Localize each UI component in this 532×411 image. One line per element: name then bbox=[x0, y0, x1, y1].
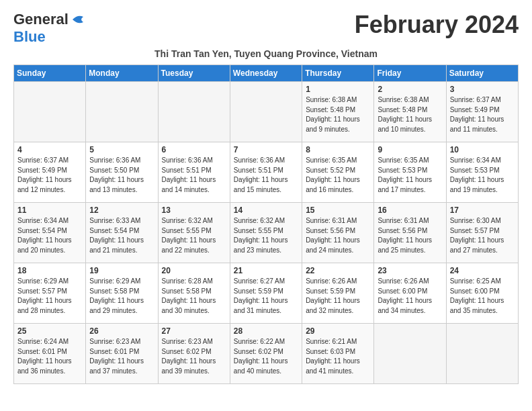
calendar-cell: 6Sunrise: 6:36 AM Sunset: 5:51 PM Daylig… bbox=[158, 142, 230, 203]
day-number: 20 bbox=[162, 266, 226, 275]
calendar-cell: 1Sunrise: 6:38 AM Sunset: 5:48 PM Daylig… bbox=[302, 82, 374, 142]
month-title: February 2024 bbox=[355, 11, 519, 39]
calendar-cell: 18Sunrise: 6:29 AM Sunset: 5:57 PM Dayli… bbox=[14, 263, 86, 324]
cell-info: Sunrise: 6:36 AM Sunset: 5:51 PM Dayligh… bbox=[162, 156, 226, 195]
calendar-cell bbox=[230, 82, 302, 142]
cell-info: Sunrise: 6:26 AM Sunset: 6:00 PM Dayligh… bbox=[378, 277, 442, 316]
cell-info: Sunrise: 6:36 AM Sunset: 5:50 PM Dayligh… bbox=[89, 156, 154, 195]
subtitle: Thi Tran Tan Yen, Tuyen Quang Province, … bbox=[13, 48, 519, 59]
cell-info: Sunrise: 6:28 AM Sunset: 5:58 PM Dayligh… bbox=[162, 277, 226, 316]
cell-info: Sunrise: 6:34 AM Sunset: 5:53 PM Dayligh… bbox=[450, 156, 515, 195]
weekday-header-monday: Monday bbox=[86, 65, 158, 82]
calendar-cell: 17Sunrise: 6:30 AM Sunset: 5:57 PM Dayli… bbox=[446, 203, 518, 263]
cell-info: Sunrise: 6:23 AM Sunset: 6:01 PM Dayligh… bbox=[89, 337, 154, 376]
day-number: 24 bbox=[450, 266, 515, 275]
calendar-cell: 23Sunrise: 6:26 AM Sunset: 6:00 PM Dayli… bbox=[374, 263, 446, 324]
day-number: 1 bbox=[306, 85, 370, 94]
calendar-cell bbox=[446, 324, 518, 384]
cell-info: Sunrise: 6:27 AM Sunset: 5:59 PM Dayligh… bbox=[234, 277, 298, 316]
weekday-header-wednesday: Wednesday bbox=[230, 65, 302, 82]
weekday-header-tuesday: Tuesday bbox=[158, 65, 230, 82]
logo-bird-icon bbox=[70, 13, 86, 26]
day-number: 14 bbox=[234, 205, 298, 215]
day-number: 23 bbox=[378, 266, 442, 275]
day-number: 4 bbox=[17, 145, 82, 154]
day-number: 8 bbox=[306, 145, 370, 154]
cell-info: Sunrise: 6:22 AM Sunset: 6:02 PM Dayligh… bbox=[234, 337, 298, 376]
day-number: 10 bbox=[450, 145, 515, 154]
day-number: 12 bbox=[89, 205, 154, 215]
day-number: 27 bbox=[162, 326, 226, 336]
cell-info: Sunrise: 6:34 AM Sunset: 5:54 PM Dayligh… bbox=[17, 216, 82, 255]
cell-info: Sunrise: 6:23 AM Sunset: 6:02 PM Dayligh… bbox=[162, 337, 226, 376]
day-number: 25 bbox=[17, 326, 82, 336]
calendar-cell bbox=[14, 82, 86, 142]
weekday-header-thursday: Thursday bbox=[302, 65, 374, 82]
calendar-cell: 8Sunrise: 6:35 AM Sunset: 5:52 PM Daylig… bbox=[302, 142, 374, 203]
cell-info: Sunrise: 6:29 AM Sunset: 5:57 PM Dayligh… bbox=[17, 277, 82, 316]
cell-info: Sunrise: 6:38 AM Sunset: 5:48 PM Dayligh… bbox=[378, 95, 442, 134]
cell-info: Sunrise: 6:36 AM Sunset: 5:51 PM Dayligh… bbox=[234, 156, 298, 195]
cell-info: Sunrise: 6:26 AM Sunset: 5:59 PM Dayligh… bbox=[306, 277, 370, 316]
day-number: 19 bbox=[89, 266, 154, 275]
page-container: General Blue February 2024 Thi Tran Tan … bbox=[13, 11, 519, 384]
cell-info: Sunrise: 6:35 AM Sunset: 5:52 PM Dayligh… bbox=[306, 156, 370, 195]
day-number: 16 bbox=[378, 205, 442, 215]
calendar-cell: 3Sunrise: 6:37 AM Sunset: 5:49 PM Daylig… bbox=[446, 82, 518, 142]
day-number: 7 bbox=[234, 145, 298, 154]
calendar-cell: 28Sunrise: 6:22 AM Sunset: 6:02 PM Dayli… bbox=[230, 324, 302, 384]
cell-info: Sunrise: 6:30 AM Sunset: 5:57 PM Dayligh… bbox=[450, 216, 515, 255]
calendar-cell: 7Sunrise: 6:36 AM Sunset: 5:51 PM Daylig… bbox=[230, 142, 302, 203]
week-row-3: 11Sunrise: 6:34 AM Sunset: 5:54 PM Dayli… bbox=[14, 203, 519, 263]
calendar-cell: 22Sunrise: 6:26 AM Sunset: 5:59 PM Dayli… bbox=[302, 263, 374, 324]
week-row-1: 1Sunrise: 6:38 AM Sunset: 5:48 PM Daylig… bbox=[14, 82, 519, 142]
header: General Blue February 2024 bbox=[13, 11, 519, 46]
calendar-cell: 25Sunrise: 6:24 AM Sunset: 6:01 PM Dayli… bbox=[14, 324, 86, 384]
week-row-2: 4Sunrise: 6:37 AM Sunset: 5:49 PM Daylig… bbox=[14, 142, 519, 203]
day-number: 28 bbox=[234, 326, 298, 336]
day-number: 18 bbox=[17, 266, 82, 275]
calendar-cell: 14Sunrise: 6:32 AM Sunset: 5:55 PM Dayli… bbox=[230, 203, 302, 263]
calendar-cell bbox=[374, 324, 446, 384]
logo-area: General Blue bbox=[13, 11, 87, 46]
day-number: 5 bbox=[89, 145, 154, 154]
cell-info: Sunrise: 6:24 AM Sunset: 6:01 PM Dayligh… bbox=[17, 337, 82, 376]
cell-info: Sunrise: 6:38 AM Sunset: 5:48 PM Dayligh… bbox=[306, 95, 370, 134]
cell-info: Sunrise: 6:31 AM Sunset: 5:56 PM Dayligh… bbox=[378, 216, 442, 255]
calendar-cell: 26Sunrise: 6:23 AM Sunset: 6:01 PM Dayli… bbox=[86, 324, 158, 384]
day-number: 9 bbox=[378, 145, 442, 154]
calendar-cell: 10Sunrise: 6:34 AM Sunset: 5:53 PM Dayli… bbox=[446, 142, 518, 203]
cell-info: Sunrise: 6:32 AM Sunset: 5:55 PM Dayligh… bbox=[162, 216, 226, 255]
cell-info: Sunrise: 6:37 AM Sunset: 5:49 PM Dayligh… bbox=[17, 156, 82, 195]
logo-general: General bbox=[13, 11, 69, 28]
day-number: 21 bbox=[234, 266, 298, 275]
weekday-header-row: SundayMondayTuesdayWednesdayThursdayFrid… bbox=[14, 65, 519, 82]
calendar-cell: 12Sunrise: 6:33 AM Sunset: 5:54 PM Dayli… bbox=[86, 203, 158, 263]
weekday-header-saturday: Saturday bbox=[446, 65, 518, 82]
week-row-5: 25Sunrise: 6:24 AM Sunset: 6:01 PM Dayli… bbox=[14, 324, 519, 384]
cell-info: Sunrise: 6:35 AM Sunset: 5:53 PM Dayligh… bbox=[378, 156, 442, 195]
day-number: 22 bbox=[306, 266, 370, 275]
cell-info: Sunrise: 6:32 AM Sunset: 5:55 PM Dayligh… bbox=[234, 216, 298, 255]
calendar-cell: 20Sunrise: 6:28 AM Sunset: 5:58 PM Dayli… bbox=[158, 263, 230, 324]
calendar-cell: 16Sunrise: 6:31 AM Sunset: 5:56 PM Dayli… bbox=[374, 203, 446, 263]
cell-info: Sunrise: 6:21 AM Sunset: 6:03 PM Dayligh… bbox=[306, 337, 370, 376]
calendar-cell: 19Sunrise: 6:29 AM Sunset: 5:58 PM Dayli… bbox=[86, 263, 158, 324]
calendar-table: SundayMondayTuesdayWednesdayThursdayFrid… bbox=[13, 64, 519, 384]
cell-info: Sunrise: 6:25 AM Sunset: 6:00 PM Dayligh… bbox=[450, 277, 515, 316]
cell-info: Sunrise: 6:33 AM Sunset: 5:54 PM Dayligh… bbox=[89, 216, 154, 255]
calendar-cell: 21Sunrise: 6:27 AM Sunset: 5:59 PM Dayli… bbox=[230, 263, 302, 324]
day-number: 17 bbox=[450, 205, 515, 215]
calendar-cell: 15Sunrise: 6:31 AM Sunset: 5:56 PM Dayli… bbox=[302, 203, 374, 263]
weekday-header-sunday: Sunday bbox=[14, 65, 86, 82]
logo-blue-row: Blue bbox=[13, 28, 46, 46]
calendar-cell: 2Sunrise: 6:38 AM Sunset: 5:48 PM Daylig… bbox=[374, 82, 446, 142]
cell-info: Sunrise: 6:37 AM Sunset: 5:49 PM Dayligh… bbox=[450, 95, 515, 134]
calendar-cell: 13Sunrise: 6:32 AM Sunset: 5:55 PM Dayli… bbox=[158, 203, 230, 263]
weekday-header-friday: Friday bbox=[374, 65, 446, 82]
day-number: 13 bbox=[162, 205, 226, 215]
logo-blue-label: Blue bbox=[13, 28, 46, 45]
calendar-cell: 27Sunrise: 6:23 AM Sunset: 6:02 PM Dayli… bbox=[158, 324, 230, 384]
day-number: 26 bbox=[89, 326, 154, 336]
calendar-cell: 9Sunrise: 6:35 AM Sunset: 5:53 PM Daylig… bbox=[374, 142, 446, 203]
